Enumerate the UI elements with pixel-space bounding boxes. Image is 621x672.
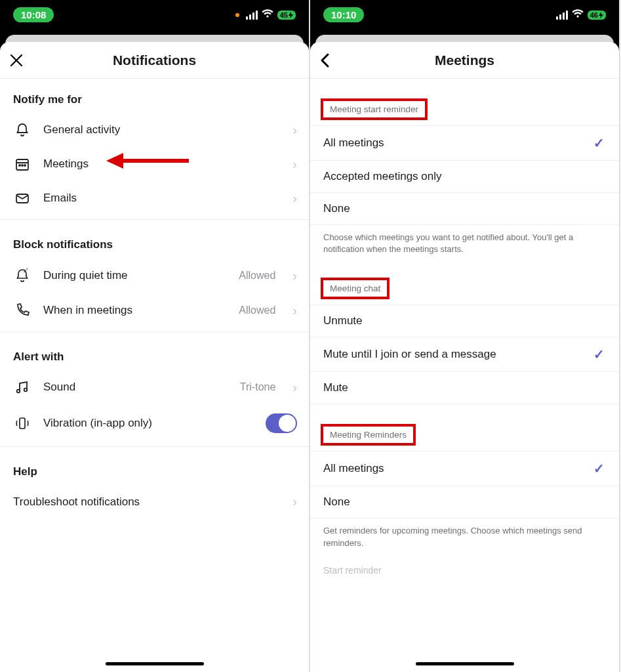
cutoff-text: Start reminder (310, 552, 619, 576)
chevron-right-icon: › (292, 123, 297, 138)
bell-snooze-icon: zz (13, 267, 31, 284)
chevron-right-icon: › (292, 303, 297, 318)
calendar-icon (13, 156, 31, 172)
home-indicator (416, 662, 514, 665)
chevron-right-icon: › (292, 380, 297, 395)
option-reminders-none[interactable]: None (310, 486, 619, 518)
music-icon (13, 379, 31, 395)
wifi-icon (572, 9, 584, 22)
navbar: Meetings (310, 42, 619, 79)
home-indicator (106, 662, 204, 665)
option-unmute[interactable]: Unmute (310, 304, 619, 337)
option-label: Unmute (323, 314, 363, 327)
check-icon: ✓ (593, 461, 605, 476)
status-right: 45 (235, 9, 296, 22)
option-label: All meetings (323, 136, 384, 150)
option-none[interactable]: None (310, 193, 619, 225)
highlight-box: Meeting Reminders (321, 424, 416, 446)
section-meeting-reminders: Meeting Reminders (310, 404, 619, 451)
close-button[interactable] (9, 42, 24, 79)
option-label: Accepted meetings only (323, 170, 442, 183)
statusbar: 10:10 46 (310, 0, 619, 30)
check-icon: ✓ (593, 135, 605, 151)
chevron-right-icon: › (292, 494, 297, 509)
sheet: Meetings Meeting start reminder All meet… (310, 42, 619, 672)
divider (0, 331, 309, 332)
option-accepted-only[interactable]: Accepted meetings only (310, 161, 619, 193)
row-troubleshoot[interactable]: Troubleshoot notifications › (0, 485, 309, 518)
svg-point-7 (17, 390, 20, 393)
highlight-box: Meeting start reminder (321, 98, 428, 120)
section-label: Meeting start reminder (325, 102, 424, 117)
option-label: None (323, 495, 350, 509)
row-label: Troubleshoot notifications (13, 495, 281, 509)
row-label: Emails (43, 192, 281, 205)
content: Meeting start reminder All meetings ✓ Ac… (310, 79, 619, 672)
wifi-icon (262, 9, 273, 22)
section-meeting-chat: Meeting chat (310, 258, 619, 304)
svg-rect-9 (20, 418, 25, 429)
navbar: Notifications (0, 42, 309, 79)
option-all-meetings[interactable]: All meetings ✓ (310, 125, 619, 161)
row-general-activity[interactable]: General activity › (0, 113, 309, 147)
row-emails[interactable]: Emails › (0, 181, 309, 215)
back-button[interactable] (319, 42, 331, 79)
option-label: Mute until I join or send a message (323, 348, 496, 361)
row-label: When in meetings (43, 304, 227, 317)
row-when-in-meetings[interactable]: When in meetings Allowed › (0, 293, 309, 327)
row-value: Allowed (239, 270, 275, 282)
cellular-icon (246, 10, 258, 20)
option-label: All meetings (323, 462, 384, 475)
page-title: Meetings (435, 52, 494, 68)
chevron-left-icon (319, 52, 331, 68)
help-text: Get reminders for upcoming meetings. Cho… (310, 518, 619, 551)
highlight-box: Meeting chat (321, 278, 390, 299)
svg-point-2 (22, 165, 23, 166)
option-reminders-all[interactable]: All meetings ✓ (310, 451, 619, 486)
row-sound[interactable]: Sound Tri-tone › (0, 370, 309, 404)
svg-point-1 (19, 165, 20, 166)
vibration-icon (13, 415, 31, 432)
recording-dot-icon (235, 13, 239, 17)
chevron-right-icon: › (292, 191, 297, 206)
option-mute-until-join[interactable]: Mute until I join or send a message ✓ (310, 337, 619, 372)
check-icon: ✓ (593, 346, 605, 362)
sheet: Notifications Notify me for General acti… (0, 42, 309, 672)
divider (0, 446, 309, 447)
chevron-right-icon: › (292, 157, 297, 172)
section-label: Meeting Reminders (325, 427, 412, 442)
cellular-icon (556, 10, 568, 20)
page-title: Notifications (113, 52, 196, 68)
section-header-help: Help (0, 451, 309, 485)
row-label: Sound (43, 381, 228, 394)
section-header-alert: Alert with (0, 336, 309, 370)
option-label: None (323, 202, 350, 215)
row-quiet-time[interactable]: zz During quiet time Allowed › (0, 258, 309, 293)
row-label: Vibration (in-app only) (43, 417, 254, 430)
row-meetings[interactable]: Meetings › (0, 147, 309, 181)
help-text: Choose which meetings you want to get no… (310, 225, 619, 258)
mail-icon (13, 190, 31, 206)
row-label: General activity (43, 123, 281, 136)
option-mute[interactable]: Mute (310, 372, 619, 404)
section-start-reminder: Meeting start reminder (310, 79, 619, 125)
vibration-toggle[interactable] (266, 413, 297, 433)
phone-icon (13, 303, 31, 318)
battery-icon: 46 (588, 10, 606, 20)
chevron-right-icon: › (292, 268, 297, 284)
svg-text:z: z (26, 267, 28, 271)
section-label: Meeting chat (325, 281, 386, 296)
section-header-notify: Notify me for (0, 79, 309, 113)
row-vibration: Vibration (in-app only) (0, 404, 309, 442)
section-header-block: Block notifications (0, 224, 309, 258)
time-pill: 10:08 (13, 7, 54, 22)
row-label: During quiet time (43, 269, 227, 282)
content: Notify me for General activity › Meeting… (0, 79, 309, 672)
battery-icon: 45 (277, 10, 296, 20)
status-right: 46 (556, 9, 606, 22)
divider (0, 219, 309, 220)
statusbar: 10:08 45 (0, 0, 309, 30)
phone-left: 10:08 45 Notifications Notify me for Gen… (0, 0, 310, 672)
svg-point-8 (24, 388, 28, 392)
row-value: Tri-tone (240, 381, 276, 393)
